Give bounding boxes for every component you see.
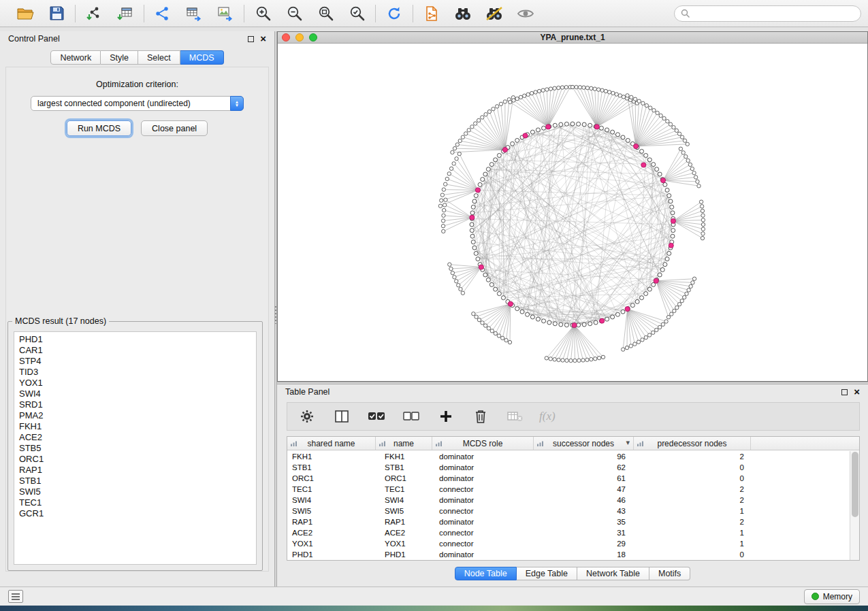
network-titlebar[interactable]: YPA_prune.txt_1: [278, 32, 867, 44]
mcds-result-item[interactable]: RAP1: [14, 465, 256, 476]
network-node: [615, 312, 620, 316]
close-mcds-panel-button[interactable]: Close panel: [141, 120, 208, 136]
tab-style[interactable]: Style: [101, 50, 138, 65]
mcds-result-item[interactable]: STB1: [14, 476, 256, 486]
cell-shared-name: SWI4: [287, 496, 376, 504]
table-row[interactable]: ACE2ACE2connector311: [287, 527, 850, 538]
network-node: [481, 178, 485, 182]
export-table-button[interactable]: [183, 3, 205, 24]
save-session-button[interactable]: [46, 3, 67, 24]
table-panel-title: Table Panel: [285, 387, 329, 397]
network-node: [680, 299, 684, 302]
mcds-result-item[interactable]: TID3: [14, 367, 256, 378]
table-row[interactable]: YOX1YOX1connector291: [287, 538, 850, 549]
mcds-result-item[interactable]: PHD1: [14, 334, 256, 345]
table-row[interactable]: RAP1RAP1dominator352: [287, 516, 850, 527]
network-node: [561, 359, 564, 362]
mcds-result-item[interactable]: STP4: [14, 356, 256, 367]
minimize-window-icon[interactable]: [295, 33, 304, 42]
zoom-out-button[interactable]: [283, 3, 305, 24]
mcds-result-item[interactable]: ORC1: [14, 454, 256, 465]
table-row[interactable]: TEC1TEC1connector472: [287, 484, 850, 495]
float-panel-icon[interactable]: [248, 36, 254, 42]
tab-motifs[interactable]: Motifs: [649, 567, 690, 580]
mcds-result-item[interactable]: ACE2: [14, 432, 256, 443]
network-canvas[interactable]: [278, 44, 867, 381]
tab-select[interactable]: Select: [138, 50, 180, 65]
table-row[interactable]: STB1STB1dominator620: [287, 462, 850, 473]
network-node: [655, 328, 658, 331]
network-node: [692, 171, 696, 174]
chevron-down-icon[interactable]: ▾: [626, 438, 630, 447]
status-bar: Memory: [0, 587, 868, 606]
tab-edge-table[interactable]: Edge Table: [517, 567, 577, 580]
tab-network-table[interactable]: Network Table: [577, 567, 649, 580]
close-table-panel-icon[interactable]: ×: [854, 389, 860, 395]
cell-predecessor-nodes: 2: [634, 452, 751, 461]
run-mcds-button[interactable]: Run MCDS: [67, 120, 131, 136]
mcds-result-item[interactable]: CAR1: [14, 345, 256, 356]
apply-layout-button[interactable]: [383, 3, 405, 24]
column-header-MCDS-role[interactable]: MCDS role: [432, 437, 534, 450]
close-window-icon[interactable]: [282, 33, 290, 42]
cytoscape-app: Control Panel × NetworkStyleSelectMCDS O…: [0, 0, 868, 611]
tab-mcds[interactable]: MCDS: [180, 50, 224, 65]
column-header-successor-nodes[interactable]: successor nodes▾: [534, 437, 634, 450]
import-table-button[interactable]: [114, 3, 136, 24]
table-row[interactable]: SWI4SWI4dominator462: [287, 495, 850, 506]
zoom-in-button[interactable]: [252, 3, 274, 24]
delete-row-button[interactable]: [470, 406, 492, 427]
close-panel-icon[interactable]: ×: [260, 35, 266, 42]
scrollbar-thumb[interactable]: [852, 452, 858, 517]
table-row[interactable]: FKH1FKH1dominator962: [287, 451, 850, 462]
mcds-result-item[interactable]: PMA2: [14, 410, 256, 421]
network-node: [670, 205, 674, 209]
zoom-selected-button[interactable]: [346, 3, 368, 24]
share-document-button[interactable]: [421, 3, 443, 24]
mcds-result-item[interactable]: SWI5: [14, 486, 256, 497]
maximize-window-icon[interactable]: [309, 33, 317, 42]
mcds-result-item[interactable]: TEC1: [14, 497, 256, 508]
network-node: [565, 359, 568, 362]
add-row-button[interactable]: [435, 406, 457, 427]
mcds-result-item[interactable]: GCR1: [14, 508, 256, 519]
mcds-result-item[interactable]: SRD1: [14, 399, 256, 410]
table-row[interactable]: ORC1ORC1dominator610: [287, 473, 850, 484]
unselect-all-button[interactable]: [400, 406, 422, 427]
mcds-result-item[interactable]: YOX1: [14, 378, 256, 389]
tab-node-table[interactable]: Node Table: [455, 567, 517, 580]
column-header-name[interactable]: name: [376, 437, 432, 450]
table-row[interactable]: SWI5SWI5connector431: [287, 506, 850, 516]
memory-button[interactable]: Memory: [804, 589, 860, 604]
show-columns-button[interactable]: [331, 406, 353, 427]
search-box[interactable]: [674, 5, 861, 22]
float-table-panel-icon[interactable]: [841, 389, 848, 395]
mcds-result-item[interactable]: STB5: [14, 443, 256, 454]
mcds-result-item[interactable]: SWI4: [14, 389, 256, 399]
network-node: [600, 88, 604, 92]
show-hide-button[interactable]: [515, 3, 536, 24]
first-neighbors-button[interactable]: [452, 3, 474, 24]
export-image-button[interactable]: [214, 3, 236, 24]
tab-network[interactable]: Network: [50, 50, 101, 65]
find-slash-button[interactable]: [483, 3, 505, 24]
criterion-dropdown[interactable]: largest connected component (undirected)…: [31, 96, 244, 111]
cell-name: RAP1: [376, 518, 432, 526]
search-input[interactable]: [694, 9, 854, 18]
network-node: [547, 320, 551, 325]
table-scrollbar[interactable]: [850, 451, 859, 560]
export-network-button[interactable]: [152, 3, 174, 24]
table-settings-button[interactable]: [296, 406, 318, 427]
column-header-predecessor-nodes[interactable]: predecessor nodes: [634, 437, 751, 450]
mcds-result-item[interactable]: FKH1: [14, 421, 256, 432]
network-node: [515, 97, 519, 100]
zoom-fit-button[interactable]: [315, 3, 336, 24]
column-header-shared-name[interactable]: shared name: [287, 437, 376, 450]
mcds-result-title: MCDS result (17 nodes): [12, 316, 109, 326]
panel-menu-button[interactable]: [8, 590, 23, 603]
import-network-button[interactable]: [83, 3, 105, 24]
network-node: [570, 85, 574, 88]
open-file-button[interactable]: [14, 3, 36, 24]
select-all-button[interactable]: [366, 406, 387, 427]
table-row[interactable]: PHD1PHD1dominator180: [287, 549, 850, 560]
